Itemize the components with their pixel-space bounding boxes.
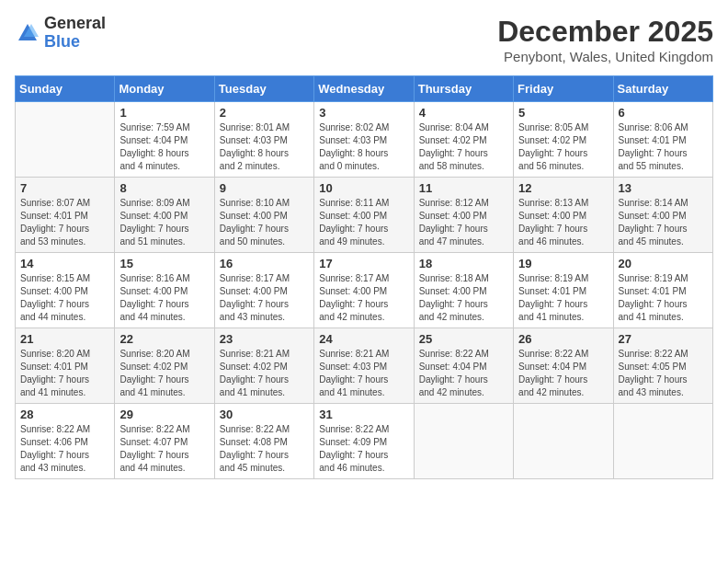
calendar-cell: 6Sunrise: 8:06 AMSunset: 4:01 PMDaylight… (613, 102, 712, 178)
day-number: 8 (119, 181, 209, 195)
calendar-cell (16, 102, 115, 178)
day-info: Sunrise: 8:22 AMSunset: 4:04 PMDaylight:… (419, 348, 508, 399)
day-info: Sunrise: 8:15 AMSunset: 4:00 PMDaylight:… (20, 272, 109, 324)
calendar-cell: 26Sunrise: 8:22 AMSunset: 4:04 PMDayligh… (514, 328, 613, 404)
calendar-week-row: 14Sunrise: 8:15 AMSunset: 4:00 PMDayligh… (16, 253, 713, 328)
day-number: 2 (220, 106, 309, 120)
day-info: Sunrise: 8:18 AMSunset: 4:00 PMDaylight:… (419, 272, 508, 324)
title-block: December 2025 Penybont, Wales, United Ki… (497, 15, 713, 64)
day-info: Sunrise: 8:13 AMSunset: 4:00 PMDaylight:… (518, 197, 608, 248)
calendar-week-row: 21Sunrise: 8:20 AMSunset: 4:01 PMDayligh… (16, 328, 713, 404)
day-number: 29 (119, 408, 209, 421)
day-number: 19 (518, 257, 608, 270)
day-number: 26 (518, 332, 608, 346)
calendar-cell: 19Sunrise: 8:19 AMSunset: 4:01 PMDayligh… (514, 253, 613, 328)
logo-text: General Blue (44, 15, 106, 52)
location: Penybont, Wales, United Kingdom (497, 49, 713, 64)
calendar-cell: 8Sunrise: 8:09 AMSunset: 4:00 PMDaylight… (115, 178, 214, 253)
logo-icon (15, 20, 40, 46)
day-info: Sunrise: 8:14 AMSunset: 4:00 PMDaylight:… (619, 197, 708, 248)
calendar-cell: 9Sunrise: 8:10 AMSunset: 4:00 PMDaylight… (214, 178, 313, 253)
calendar-cell: 24Sunrise: 8:21 AMSunset: 4:03 PMDayligh… (314, 328, 414, 404)
day-number: 23 (220, 332, 309, 346)
calendar-cell: 28Sunrise: 8:22 AMSunset: 4:06 PMDayligh… (16, 404, 115, 479)
col-header-wednesday: Wednesday (314, 76, 414, 102)
col-header-monday: Monday (115, 76, 214, 102)
day-number: 7 (20, 181, 109, 195)
calendar-cell: 21Sunrise: 8:20 AMSunset: 4:01 PMDayligh… (16, 328, 115, 404)
day-number: 28 (20, 408, 109, 421)
calendar-cell: 2Sunrise: 8:01 AMSunset: 4:03 PMDaylight… (214, 102, 313, 178)
day-number: 25 (419, 332, 508, 346)
day-info: Sunrise: 8:12 AMSunset: 4:00 PMDaylight:… (419, 197, 508, 248)
day-number: 22 (119, 332, 209, 346)
calendar-week-row: 1Sunrise: 7:59 AMSunset: 4:04 PMDaylight… (16, 102, 713, 178)
day-info: Sunrise: 8:05 AMSunset: 4:02 PMDaylight:… (518, 121, 608, 173)
calendar-cell (414, 404, 513, 479)
calendar-table: SundayMondayTuesdayWednesdayThursdayFrid… (15, 75, 713, 479)
day-number: 13 (619, 181, 708, 195)
day-info: Sunrise: 8:21 AMSunset: 4:02 PMDaylight:… (220, 348, 309, 399)
day-info: Sunrise: 8:22 AMSunset: 4:08 PMDaylight:… (220, 423, 309, 475)
day-number: 27 (619, 332, 708, 346)
calendar-cell: 23Sunrise: 8:21 AMSunset: 4:02 PMDayligh… (214, 328, 313, 404)
logo-blue: Blue (44, 32, 80, 51)
day-number: 4 (419, 106, 508, 120)
day-number: 3 (319, 106, 408, 120)
day-number: 10 (319, 181, 408, 195)
day-number: 17 (319, 257, 408, 270)
day-info: Sunrise: 8:10 AMSunset: 4:00 PMDaylight:… (220, 197, 309, 248)
day-number: 11 (419, 181, 508, 195)
day-number: 15 (119, 257, 209, 270)
day-number: 9 (220, 181, 309, 195)
col-header-tuesday: Tuesday (214, 76, 313, 102)
day-info: Sunrise: 8:22 AMSunset: 4:04 PMDaylight:… (518, 348, 608, 399)
calendar-cell: 13Sunrise: 8:14 AMSunset: 4:00 PMDayligh… (613, 178, 712, 253)
calendar-cell: 10Sunrise: 8:11 AMSunset: 4:00 PMDayligh… (314, 178, 414, 253)
day-info: Sunrise: 8:02 AMSunset: 4:03 PMDaylight:… (319, 121, 408, 173)
day-info: Sunrise: 8:22 AMSunset: 4:05 PMDaylight:… (619, 348, 708, 399)
day-info: Sunrise: 8:22 AMSunset: 4:09 PMDaylight:… (319, 423, 408, 475)
day-info: Sunrise: 8:06 AMSunset: 4:01 PMDaylight:… (619, 121, 708, 173)
day-number: 30 (220, 408, 309, 421)
day-number: 20 (619, 257, 708, 270)
day-info: Sunrise: 8:07 AMSunset: 4:01 PMDaylight:… (20, 197, 109, 248)
day-info: Sunrise: 8:22 AMSunset: 4:06 PMDaylight:… (20, 423, 109, 475)
col-header-friday: Friday (514, 76, 613, 102)
calendar-cell: 11Sunrise: 8:12 AMSunset: 4:00 PMDayligh… (414, 178, 513, 253)
day-info: Sunrise: 8:22 AMSunset: 4:07 PMDaylight:… (119, 423, 209, 475)
calendar-cell (514, 404, 613, 479)
col-header-saturday: Saturday (613, 76, 712, 102)
calendar-week-row: 7Sunrise: 8:07 AMSunset: 4:01 PMDaylight… (16, 178, 713, 253)
calendar-cell: 5Sunrise: 8:05 AMSunset: 4:02 PMDaylight… (514, 102, 613, 178)
calendar-cell: 1Sunrise: 7:59 AMSunset: 4:04 PMDaylight… (115, 102, 214, 178)
col-header-thursday: Thursday (414, 76, 513, 102)
calendar-cell: 3Sunrise: 8:02 AMSunset: 4:03 PMDaylight… (314, 102, 414, 178)
day-number: 12 (518, 181, 608, 195)
day-info: Sunrise: 8:19 AMSunset: 4:01 PMDaylight:… (518, 272, 608, 324)
day-number: 14 (20, 257, 109, 270)
day-info: Sunrise: 8:11 AMSunset: 4:00 PMDaylight:… (319, 197, 408, 248)
calendar-week-row: 28Sunrise: 8:22 AMSunset: 4:06 PMDayligh… (16, 404, 713, 479)
day-number: 1 (119, 106, 209, 120)
day-info: Sunrise: 7:59 AMSunset: 4:04 PMDaylight:… (119, 121, 209, 173)
calendar-cell: 22Sunrise: 8:20 AMSunset: 4:02 PMDayligh… (115, 328, 214, 404)
calendar-cell: 16Sunrise: 8:17 AMSunset: 4:00 PMDayligh… (214, 253, 313, 328)
day-number: 18 (419, 257, 508, 270)
day-info: Sunrise: 8:17 AMSunset: 4:00 PMDaylight:… (319, 272, 408, 324)
calendar-cell: 4Sunrise: 8:04 AMSunset: 4:02 PMDaylight… (414, 102, 513, 178)
calendar-cell: 18Sunrise: 8:18 AMSunset: 4:00 PMDayligh… (414, 253, 513, 328)
day-number: 16 (220, 257, 309, 270)
calendar-cell: 30Sunrise: 8:22 AMSunset: 4:08 PMDayligh… (214, 404, 313, 479)
day-number: 21 (20, 332, 109, 346)
day-info: Sunrise: 8:17 AMSunset: 4:00 PMDaylight:… (220, 272, 309, 324)
col-header-sunday: Sunday (16, 76, 115, 102)
day-info: Sunrise: 8:20 AMSunset: 4:01 PMDaylight:… (20, 348, 109, 399)
day-info: Sunrise: 8:16 AMSunset: 4:00 PMDaylight:… (119, 272, 209, 324)
calendar-cell: 7Sunrise: 8:07 AMSunset: 4:01 PMDaylight… (16, 178, 115, 253)
day-info: Sunrise: 8:01 AMSunset: 4:03 PMDaylight:… (220, 121, 309, 173)
calendar-cell: 14Sunrise: 8:15 AMSunset: 4:00 PMDayligh… (16, 253, 115, 328)
day-info: Sunrise: 8:04 AMSunset: 4:02 PMDaylight:… (419, 121, 508, 173)
day-number: 5 (518, 106, 608, 120)
calendar-cell: 17Sunrise: 8:17 AMSunset: 4:00 PMDayligh… (314, 253, 414, 328)
